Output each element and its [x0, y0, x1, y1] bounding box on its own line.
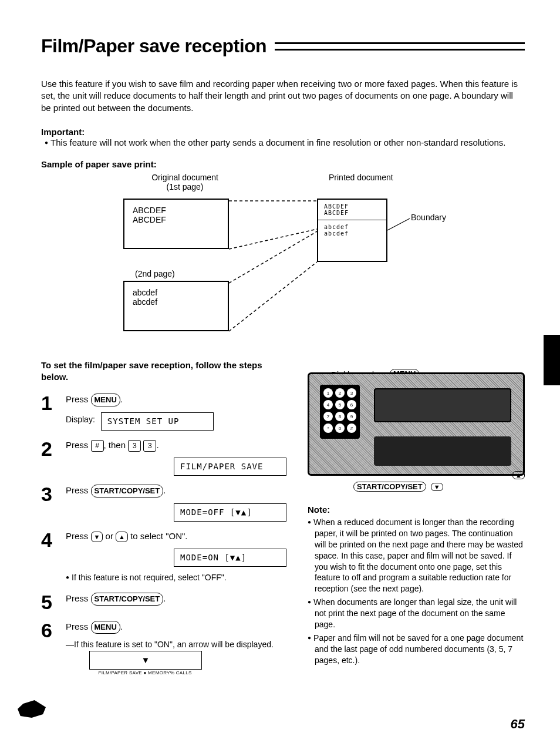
lcd-system-setup: SYSTEM SET UP	[101, 412, 214, 431]
device-screen	[374, 388, 511, 422]
step-2: 2 Press #, then 3 3. FILM/PAPER SAVE	[41, 439, 286, 476]
note-label: Note:	[308, 505, 525, 515]
sample-diagram: Original document (1st page) Printed doc…	[41, 173, 525, 349]
step-5-pre: Press	[66, 593, 91, 603]
step-3-num: 3	[41, 484, 58, 522]
up-arrow-callout: ▲	[512, 471, 525, 479]
step-1-num: 1	[41, 393, 58, 431]
step-5: 5 Press START/COPY/SET.	[41, 592, 286, 612]
keypad-key: 9	[347, 412, 356, 421]
display-label: Display:	[66, 414, 95, 426]
left-column: To set the film/paper save reception, fo…	[41, 355, 286, 685]
step-3-pre: Press	[66, 485, 91, 495]
keypad-key: 2	[335, 388, 345, 398]
fax-machine: 123456789*0#	[308, 372, 525, 476]
step-4-num: 4	[41, 530, 58, 584]
step-2-num: 2	[41, 439, 58, 476]
keypad-key: 5	[335, 400, 345, 409]
three-key-1: 3	[128, 440, 141, 452]
note-item-2: When documents are longer than legal siz…	[308, 597, 525, 630]
up-arrow-button: ▲	[116, 532, 128, 543]
step-5-num: 5	[41, 592, 58, 612]
device-bottom-labels: START/COPY/SET ▼ ▲	[308, 482, 525, 492]
menu-button-2: MENU	[91, 621, 120, 634]
steps-intro: To set the film/paper save reception, fo…	[41, 359, 286, 382]
step-1-pre: Press	[66, 394, 91, 404]
keypad-key: 6	[347, 400, 356, 409]
down-arrow-button: ▼	[91, 532, 103, 543]
right-column: Dial keypad MENU 123456789*0# START/COPY…	[308, 355, 525, 685]
dial-keypad: 123456789*0#	[320, 385, 360, 439]
ink-blot-icon	[18, 700, 46, 718]
step-6-num: 6	[41, 620, 58, 677]
step-1-post: .	[120, 394, 123, 404]
device-illustration: Dial keypad MENU 123456789*0# START/COPY…	[308, 372, 525, 492]
three-key-2: 3	[143, 440, 156, 452]
important-block: Important: This feature will not work wh…	[41, 127, 525, 149]
step-5-post: .	[163, 593, 166, 603]
startcopyset-label-callout: START/COPY/SET	[353, 482, 426, 492]
step-1: 1 Press MENU. Display: SYSTEM SET UP	[41, 393, 286, 431]
important-body: This feature will not work when the othe…	[41, 137, 525, 149]
startcopyset-button: START/COPY/SET	[91, 485, 164, 497]
keypad-key: 4	[323, 400, 333, 409]
step-3-post: .	[163, 485, 166, 495]
step-4-text: Press ▼ or ▲ to select "ON".	[66, 531, 188, 541]
step-3: 3 Press START/COPY/SET. MODE=OFF [▼▲]	[41, 484, 286, 522]
keypad-key: #	[347, 423, 356, 433]
step-2-text: Press #, then 3 3.	[66, 440, 159, 450]
keypad-key: 1	[323, 388, 333, 398]
status-sub-line: FILM/PAPER SAVE ● MEMORY% CALLS	[89, 670, 201, 677]
step-4-sub: If this feature is not required, select …	[66, 572, 286, 584]
menu-button: MENU	[91, 394, 120, 406]
lcd-mode-off: MODE=OFF [▼▲]	[174, 503, 286, 522]
keypad-key: 8	[335, 412, 345, 421]
status-display: ▼	[89, 651, 202, 670]
step-6-sub: —If this feature is set to "ON", an arro…	[66, 638, 286, 651]
note-item-3: Paper and film will not be saved for a o…	[308, 633, 525, 666]
keypad-key: 3	[347, 388, 356, 398]
important-label: Important:	[41, 127, 525, 137]
step-6-pre: Press	[66, 621, 91, 631]
svg-line-4	[387, 218, 410, 230]
step-4: 4 Press ▼ or ▲ to select "ON". MODE=ON […	[41, 530, 286, 584]
device-controls	[374, 436, 511, 466]
hash-key: #	[91, 440, 104, 452]
page-number: 65	[511, 717, 525, 732]
step-6: 6 Press MENU. —If this feature is set to…	[41, 620, 286, 677]
diagram-lines	[41, 173, 452, 349]
side-tab	[544, 335, 560, 385]
sample-label: Sample of paper save print:	[41, 159, 525, 169]
startcopyset-button-2: START/COPY/SET	[91, 593, 164, 606]
svg-line-3	[229, 262, 317, 331]
down-arrow-callout: ▼	[431, 483, 443, 491]
step-6-post: .	[120, 621, 123, 631]
page-title: Film/Paper save reception	[41, 35, 266, 57]
intro-text: Use this feature if you wish to save fil…	[41, 78, 525, 114]
keypad-key: *	[323, 423, 333, 433]
keypad-key: 0	[335, 423, 345, 433]
lcd-film-paper-save: FILM/PAPER SAVE	[174, 458, 286, 476]
lcd-mode-on: MODE=ON [▼▲]	[174, 549, 286, 567]
title-rule	[275, 42, 525, 51]
keypad-key: 7	[323, 412, 333, 421]
note-item-1: When a reduced document is longer than t…	[308, 517, 525, 594]
